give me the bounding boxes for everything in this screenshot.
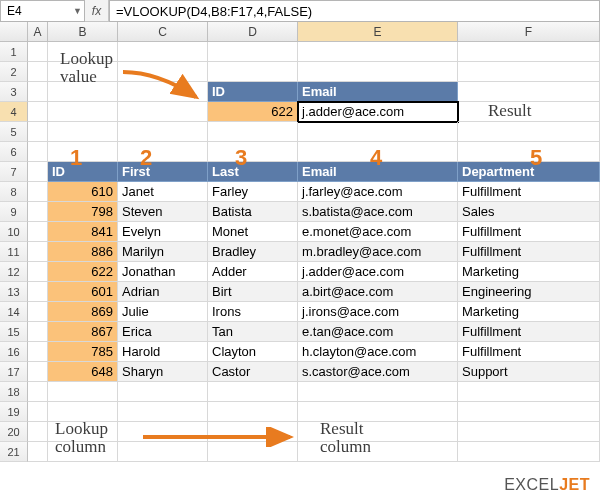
cell[interactable]: a.birt@ace.com <box>298 282 458 302</box>
cell[interactable]: Marketing <box>458 262 600 282</box>
row-header-10[interactable]: 10 <box>0 222 28 242</box>
cell[interactable] <box>458 422 600 442</box>
row-header-7[interactable]: 7 <box>0 162 28 182</box>
cell[interactable] <box>118 42 208 62</box>
cell[interactable]: Tan <box>208 322 298 342</box>
cell[interactable] <box>28 42 48 62</box>
cell[interactable]: Castor <box>208 362 298 382</box>
cell[interactable] <box>48 142 118 162</box>
row-header-14[interactable]: 14 <box>0 302 28 322</box>
cell[interactable] <box>28 102 48 122</box>
cell[interactable]: Fulfillment <box>458 242 600 262</box>
cell[interactable]: Clayton <box>208 342 298 362</box>
cell[interactable]: Harold <box>118 342 208 362</box>
chevron-down-icon[interactable]: ▼ <box>73 6 82 16</box>
cell[interactable] <box>298 422 458 442</box>
cell[interactable]: Marketing <box>458 302 600 322</box>
cell[interactable]: Adder <box>208 262 298 282</box>
cell[interactable] <box>118 82 208 102</box>
cell[interactable] <box>28 122 48 142</box>
row-header-15[interactable]: 15 <box>0 322 28 342</box>
row-header-21[interactable]: 21 <box>0 442 28 462</box>
row-header-2[interactable]: 2 <box>0 62 28 82</box>
cell[interactable]: Steven <box>118 202 208 222</box>
cell[interactable] <box>28 262 48 282</box>
row-header-6[interactable]: 6 <box>0 142 28 162</box>
cell[interactable]: Erica <box>118 322 208 342</box>
cell[interactable] <box>28 222 48 242</box>
cell[interactable] <box>458 102 600 122</box>
cell[interactable] <box>208 402 298 422</box>
cell[interactable]: Adrian <box>118 282 208 302</box>
row-header-18[interactable]: 18 <box>0 382 28 402</box>
cell[interactable]: Janet <box>118 182 208 202</box>
cell[interactable] <box>48 402 118 422</box>
cell[interactable] <box>208 442 298 462</box>
cell[interactable] <box>458 42 600 62</box>
row-header-5[interactable]: 5 <box>0 122 28 142</box>
cell[interactable] <box>118 402 208 422</box>
cell[interactable] <box>28 402 48 422</box>
cell[interactable]: Sharyn <box>118 362 208 382</box>
cell[interactable]: ID <box>208 82 298 102</box>
cell[interactable] <box>48 42 118 62</box>
cell[interactable]: m.bradley@ace.com <box>298 242 458 262</box>
cell[interactable]: h.clayton@ace.com <box>298 342 458 362</box>
cell[interactable] <box>28 322 48 342</box>
cell[interactable] <box>208 62 298 82</box>
cell[interactable] <box>48 102 118 122</box>
cell[interactable]: s.batista@ace.com <box>298 202 458 222</box>
cell[interactable]: Jonathan <box>118 262 208 282</box>
cell[interactable]: 867 <box>48 322 118 342</box>
cell[interactable] <box>298 382 458 402</box>
cell[interactable]: 886 <box>48 242 118 262</box>
cell[interactable]: First <box>118 162 208 182</box>
cell[interactable]: 841 <box>48 222 118 242</box>
selected-cell[interactable]: j.adder@ace.com <box>298 102 458 122</box>
cell[interactable]: Irons <box>208 302 298 322</box>
cell[interactable]: Farley <box>208 182 298 202</box>
col-header-B[interactable]: B <box>48 22 118 41</box>
cell[interactable] <box>28 82 48 102</box>
cell[interactable] <box>118 102 208 122</box>
cell[interactable]: Monet <box>208 222 298 242</box>
cell[interactable]: Email <box>298 82 458 102</box>
cell[interactable]: Julie <box>118 302 208 322</box>
col-header-C[interactable]: C <box>118 22 208 41</box>
row-header-1[interactable]: 1 <box>0 42 28 62</box>
row-header-16[interactable]: 16 <box>0 342 28 362</box>
cell[interactable] <box>208 142 298 162</box>
cell[interactable]: 869 <box>48 302 118 322</box>
cell[interactable] <box>458 142 600 162</box>
cell[interactable] <box>298 402 458 422</box>
cell[interactable] <box>458 62 600 82</box>
cell[interactable] <box>298 62 458 82</box>
cell[interactable]: e.tan@ace.com <box>298 322 458 342</box>
cell[interactable] <box>28 162 48 182</box>
cell[interactable] <box>208 422 298 442</box>
cell[interactable]: Fulfillment <box>458 182 600 202</box>
cell[interactable] <box>118 382 208 402</box>
cell[interactable] <box>208 382 298 402</box>
row-header-12[interactable]: 12 <box>0 262 28 282</box>
cell[interactable]: 622 <box>208 102 298 122</box>
cell[interactable] <box>28 62 48 82</box>
cell[interactable] <box>28 282 48 302</box>
cell[interactable] <box>298 142 458 162</box>
cell[interactable] <box>118 442 208 462</box>
cell[interactable] <box>208 122 298 142</box>
row-header-11[interactable]: 11 <box>0 242 28 262</box>
cell[interactable]: s.castor@ace.com <box>298 362 458 382</box>
cell[interactable]: Marilyn <box>118 242 208 262</box>
cell[interactable] <box>48 82 118 102</box>
cell[interactable]: Fulfillment <box>458 342 600 362</box>
cell[interactable] <box>28 202 48 222</box>
cell[interactable] <box>48 442 118 462</box>
cell[interactable] <box>298 42 458 62</box>
cell[interactable]: j.farley@ace.com <box>298 182 458 202</box>
cell[interactable]: Fulfillment <box>458 322 600 342</box>
row-header-4[interactable]: 4 <box>0 102 28 122</box>
cell[interactable] <box>118 142 208 162</box>
row-header-3[interactable]: 3 <box>0 82 28 102</box>
col-header-F[interactable]: F <box>458 22 600 41</box>
